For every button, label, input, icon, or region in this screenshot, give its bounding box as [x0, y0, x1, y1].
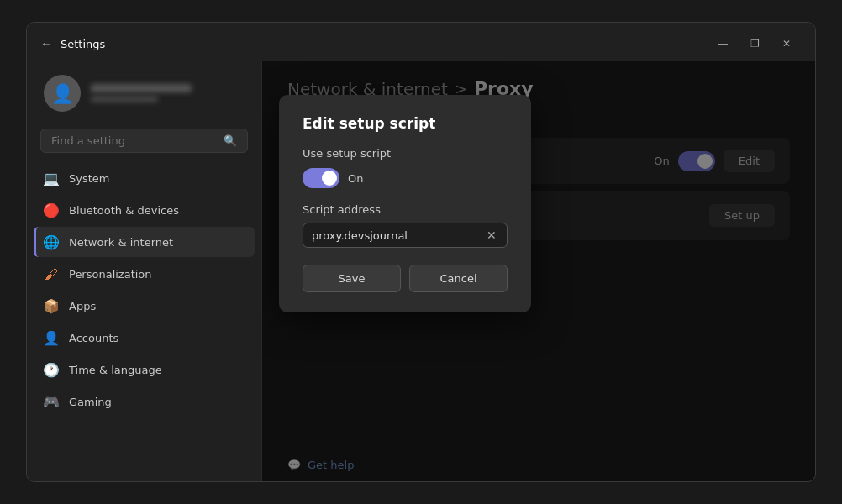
sidebar-item-label-bluetooth: Bluetooth & devices: [69, 204, 179, 217]
search-box[interactable]: 🔍: [40, 129, 248, 153]
back-button[interactable]: ←: [40, 37, 52, 50]
sidebar-item-system[interactable]: 💻 System: [34, 163, 255, 193]
modal-cancel-button[interactable]: Cancel: [409, 265, 508, 292]
sidebar-item-label-time: Time & language: [69, 364, 162, 376]
use-script-label: Use setup script: [303, 147, 508, 160]
close-button[interactable]: ✕: [771, 33, 802, 55]
settings-window: ← Settings — ❐ ✕ 👤 🔍: [26, 22, 816, 482]
nav-items: 💻 System 🔴 Bluetooth & devices 🌐 Network…: [27, 163, 261, 417]
modal-title: Edit setup script: [303, 115, 508, 132]
user-name-blurred: [91, 84, 192, 92]
apps-icon: 📦: [44, 298, 59, 313]
modal-toggle-knob: [322, 171, 337, 186]
personalization-icon: 🖌: [44, 266, 59, 281]
gaming-icon: 🎮: [44, 394, 59, 409]
network-icon: 🌐: [44, 234, 59, 249]
search-icon: 🔍: [224, 134, 237, 147]
main-content: 👤 🔍 💻 System 🔴 Bluetooth & device: [27, 61, 815, 481]
modal-actions: Save Cancel: [303, 265, 508, 292]
right-panel: Network & internet > Proxy ns. These set…: [262, 61, 815, 481]
title-bar: ← Settings — ❐ ✕: [27, 23, 815, 61]
script-address-label: Script address: [303, 203, 508, 216]
sidebar-item-gaming[interactable]: 🎮 Gaming: [34, 386, 255, 417]
user-info: [91, 84, 245, 102]
modal-save-button[interactable]: Save: [303, 265, 401, 292]
title-bar-controls: — ❐ ✕: [708, 33, 802, 55]
maximize-button[interactable]: ❐: [739, 33, 770, 55]
sidebar-item-time[interactable]: 🕐 Time & language: [34, 354, 255, 385]
bluetooth-icon: 🔴: [44, 202, 59, 218]
sidebar-item-label-personalization: Personalization: [69, 268, 152, 281]
avatar: 👤: [44, 75, 81, 112]
time-icon: 🕐: [44, 362, 59, 377]
sidebar-item-bluetooth[interactable]: 🔴 Bluetooth & devices: [34, 195, 255, 225]
sidebar-item-accounts[interactable]: 👤 Accounts: [34, 323, 255, 353]
sidebar-item-label-network: Network & internet: [69, 236, 173, 249]
script-address-input-row: ✕: [303, 223, 508, 248]
sidebar-item-label-system: System: [69, 172, 109, 185]
sidebar: 👤 🔍 💻 System 🔴 Bluetooth & device: [27, 61, 262, 481]
user-section: 👤: [27, 61, 261, 129]
accounts-icon: 👤: [44, 330, 59, 345]
search-input[interactable]: [51, 134, 217, 147]
sidebar-item-network[interactable]: 🌐 Network & internet: [34, 227, 255, 257]
modal-toggle-switch[interactable]: [303, 168, 339, 188]
sidebar-item-label-accounts: Accounts: [69, 332, 118, 344]
script-address-clear-button[interactable]: ✕: [485, 228, 498, 242]
avatar-icon: 👤: [51, 83, 74, 104]
minimize-button[interactable]: —: [708, 33, 738, 55]
modal-toggle-label: On: [348, 172, 363, 185]
sidebar-item-label-gaming: Gaming: [69, 396, 112, 408]
edit-setup-script-modal: Edit setup script Use setup script On Sc…: [279, 95, 531, 312]
sidebar-item-apps[interactable]: 📦 Apps: [34, 291, 255, 321]
window-title: Settings: [61, 38, 105, 50]
title-bar-left: ← Settings: [40, 37, 105, 50]
modal-toggle-row: On: [303, 168, 508, 188]
user-email-blurred: [91, 96, 158, 102]
script-address-input[interactable]: [312, 229, 485, 242]
sidebar-item-personalization[interactable]: 🖌 Personalization: [34, 259, 255, 289]
system-icon: 💻: [44, 171, 59, 186]
sidebar-item-label-apps: Apps: [69, 300, 96, 312]
modal-overlay: Edit setup script Use setup script On Sc…: [262, 61, 815, 481]
